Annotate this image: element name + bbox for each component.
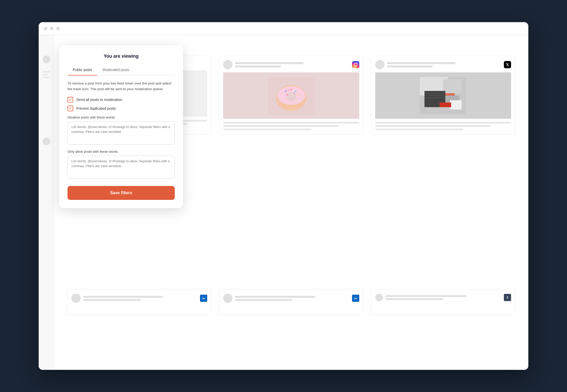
svg-point-25 <box>286 92 296 101</box>
sidebar-avatar-1 <box>43 56 50 63</box>
post-image-donut <box>223 72 359 119</box>
checkbox-label-prevent-dup: Prevent duplicated posts <box>76 106 116 110</box>
post-card-2 <box>219 56 363 135</box>
post-header-line <box>235 65 281 67</box>
sidebar-avatar-2 <box>43 138 50 145</box>
browser-dot-red <box>44 27 47 30</box>
bottom-card-line <box>235 296 315 298</box>
allow-words-input[interactable] <box>68 156 175 179</box>
svg-rect-42 <box>450 100 462 109</box>
post-lines-2 <box>223 122 359 130</box>
bottom-card-line <box>235 299 292 301</box>
svg-point-21 <box>357 63 358 63</box>
bottom-card-line <box>83 299 140 301</box>
post-header-line <box>387 65 433 67</box>
tabs-container: Public posts Moderated posts <box>68 65 175 75</box>
post-avatar-bottom-3 <box>375 294 383 301</box>
tab-moderated-posts[interactable]: Moderated posts <box>97 65 134 75</box>
bottom-card-line <box>386 295 467 297</box>
checkbox-prevent-dup[interactable]: ✓ <box>68 106 73 111</box>
sidebar-line <box>43 71 50 73</box>
post-line <box>375 125 491 127</box>
tab-public-posts[interactable]: Public posts <box>68 65 97 75</box>
bottom-card-lines-3 <box>386 295 501 300</box>
linkedin-icon-1: in <box>200 295 207 302</box>
post-lines-3 <box>375 122 511 130</box>
bottom-card-header-1: in <box>71 294 207 303</box>
checkbox-row-prevent-dup: ✓ Prevent duplicated posts <box>68 106 175 111</box>
post-header-lines-3 <box>387 62 501 67</box>
checkbox-label-send-all: Send all posts to moderation <box>76 98 122 102</box>
bottom-card-line <box>386 298 444 300</box>
post-header-line <box>235 62 304 64</box>
abstract-svg <box>420 76 466 115</box>
bottom-card-1: in <box>67 289 212 315</box>
post-image-abstract <box>375 72 511 119</box>
feed-grid-bottom: in in <box>67 289 515 315</box>
browser-chrome <box>39 22 528 35</box>
post-avatar-bottom-1 <box>71 294 81 303</box>
disallow-words-input[interactable] <box>68 121 175 144</box>
sidebar-line <box>43 74 48 75</box>
post-card-header-3: 𝕏 <box>375 60 511 69</box>
bottom-card-3: t <box>371 289 515 315</box>
svg-rect-43 <box>440 103 451 107</box>
post-avatar-bottom-2 <box>223 294 232 303</box>
disallow-section-label: Disallow posts with these words <box>68 115 175 119</box>
panel-title: You are viewing <box>68 54 175 59</box>
svg-rect-35 <box>443 79 462 93</box>
post-card-3: 𝕏 <box>371 56 515 135</box>
allow-section-label: Only allow posts with these words <box>68 150 175 154</box>
overlay-panel: You are viewing Public posts Moderated p… <box>59 45 183 208</box>
post-line <box>223 122 359 124</box>
post-avatar-2 <box>223 60 232 69</box>
donut-svg <box>268 76 314 115</box>
bottom-card-header-2: in <box>223 294 359 303</box>
post-line <box>375 129 464 130</box>
sidebar-line <box>43 77 49 78</box>
panel-description: To remove a post from your live feed hov… <box>68 81 175 92</box>
checkmark-prevent-dup: ✓ <box>69 107 72 110</box>
twitter-icon: 𝕏 <box>504 61 511 68</box>
post-line <box>223 125 339 127</box>
browser-window: f <box>39 22 528 370</box>
bottom-card-lines-2 <box>235 296 349 301</box>
post-header-lines-2 <box>235 62 349 67</box>
save-filters-button[interactable]: Save filters <box>68 186 175 200</box>
post-line <box>223 129 312 130</box>
tumblr-icon: t <box>504 294 511 301</box>
sidebar <box>39 35 54 370</box>
svg-rect-19 <box>352 61 359 68</box>
bottom-card-lines-1 <box>83 296 197 301</box>
checkbox-send-all[interactable]: ✓ <box>68 97 73 103</box>
browser-dot-yellow <box>50 27 54 30</box>
post-avatar-3 <box>375 60 385 69</box>
linkedin-icon-2: in <box>352 295 359 302</box>
bottom-card-2: in <box>219 289 363 315</box>
browser-dot-green <box>56 27 60 30</box>
instagram-icon <box>352 61 359 68</box>
bottom-card-header-3: t <box>375 294 511 301</box>
bottom-card-line <box>83 296 163 298</box>
post-header-line <box>387 62 456 64</box>
post-card-header-2 <box>223 60 359 69</box>
content-area: f <box>39 35 528 370</box>
instagram-svg <box>352 61 359 68</box>
post-line <box>375 122 511 124</box>
checkmark-send-all: ✓ <box>69 98 72 102</box>
checkbox-row-send-all: ✓ Send all posts to moderation <box>68 97 175 103</box>
sidebar-lines-1 <box>43 71 50 78</box>
